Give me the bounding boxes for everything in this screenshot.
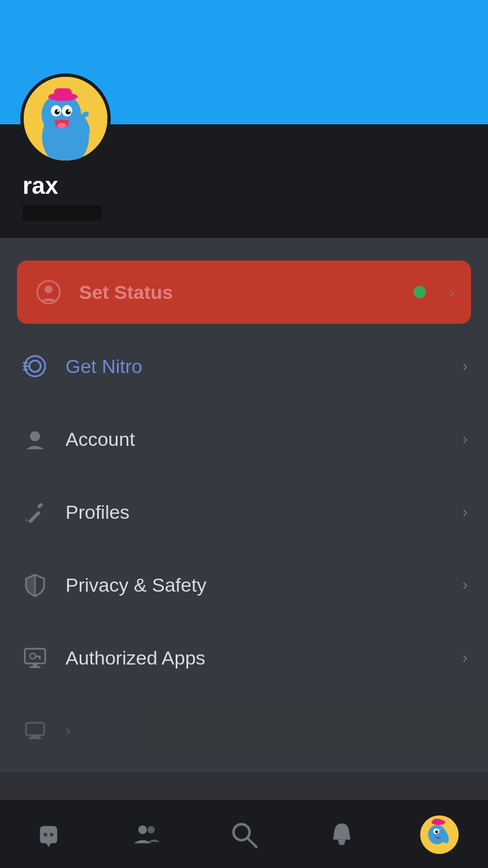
svg-point-39 [147, 826, 155, 833]
svg-point-6 [66, 109, 71, 114]
privacy-safety-label: Privacy & Safety [66, 574, 463, 596]
authorized-apps-item[interactable]: Authorized Apps › [0, 627, 488, 688]
svg-rect-34 [30, 735, 40, 737]
svg-point-22 [30, 431, 40, 441]
svg-point-16 [45, 285, 53, 293]
profiles-icon [20, 497, 50, 527]
svg-point-28 [30, 653, 36, 659]
next-item-chevron: › [66, 722, 71, 740]
profiles-label: Profiles [66, 501, 463, 523]
account-icon [20, 424, 50, 454]
nav-friends[interactable] [124, 812, 169, 857]
next-item-icon [20, 716, 50, 745]
svg-point-43 [338, 841, 345, 845]
set-status-icon [34, 277, 63, 307]
divider-2 [0, 402, 488, 403]
svg-point-5 [55, 109, 60, 114]
svg-line-41 [248, 838, 256, 847]
svg-point-8 [68, 110, 71, 112]
divider-5 [0, 621, 488, 622]
online-status-dot [413, 286, 426, 298]
nav-search[interactable] [221, 812, 267, 857]
svg-rect-33 [26, 723, 44, 735]
svg-point-48 [435, 830, 438, 833]
nav-home[interactable] [26, 812, 71, 857]
nitro-chevron: › [463, 357, 468, 375]
svg-rect-32 [29, 666, 41, 668]
svg-rect-25 [37, 502, 43, 509]
divider-4 [0, 548, 488, 549]
nav-notifications[interactable] [319, 812, 364, 857]
account-label: Account [66, 428, 463, 450]
svg-point-18 [29, 361, 41, 372]
svg-point-38 [138, 825, 147, 834]
divider-3 [0, 475, 488, 476]
account-item[interactable]: Account › [0, 409, 488, 470]
privacy-safety-item[interactable]: Privacy & Safety › [0, 554, 488, 615]
menu-section: Set Status › Get Nitro › [0, 238, 488, 772]
privacy-chevron: › [463, 576, 468, 594]
profiles-chevron: › [463, 503, 468, 521]
divider-1 [0, 329, 488, 330]
nitro-icon [20, 351, 50, 381]
svg-rect-31 [33, 663, 37, 666]
svg-point-37 [50, 832, 54, 836]
authorized-apps-icon [20, 643, 50, 672]
divider-6 [0, 694, 488, 695]
privacy-icon [20, 570, 50, 600]
next-item-partial[interactable]: › [0, 700, 488, 761]
username-tag [23, 205, 102, 221]
get-nitro-label: Get Nitro [66, 355, 463, 377]
authorized-apps-chevron: › [463, 649, 468, 667]
svg-rect-30 [39, 657, 41, 659]
profile-section: rax [0, 124, 488, 238]
set-status-button[interactable]: Set Status › [17, 261, 471, 324]
bottom-nav [0, 800, 488, 868]
svg-marker-24 [26, 519, 28, 521]
profiles-item[interactable]: Profiles › [0, 481, 488, 542]
svg-rect-35 [28, 737, 42, 739]
svg-point-36 [44, 832, 48, 836]
svg-rect-23 [28, 511, 41, 524]
set-status-label: Set Status [79, 281, 173, 303]
nav-avatar [420, 815, 459, 854]
account-chevron: › [463, 430, 468, 448]
set-status-chevron: › [449, 283, 454, 301]
svg-rect-29 [35, 656, 41, 657]
nav-profile[interactable] [417, 812, 462, 857]
svg-point-10 [57, 123, 67, 128]
svg-point-7 [57, 110, 59, 112]
svg-rect-12 [54, 88, 72, 99]
get-nitro-item[interactable]: Get Nitro › [0, 336, 488, 397]
authorized-apps-label: Authorized Apps [66, 647, 463, 669]
svg-rect-51 [433, 819, 442, 824]
avatar [20, 73, 111, 164]
